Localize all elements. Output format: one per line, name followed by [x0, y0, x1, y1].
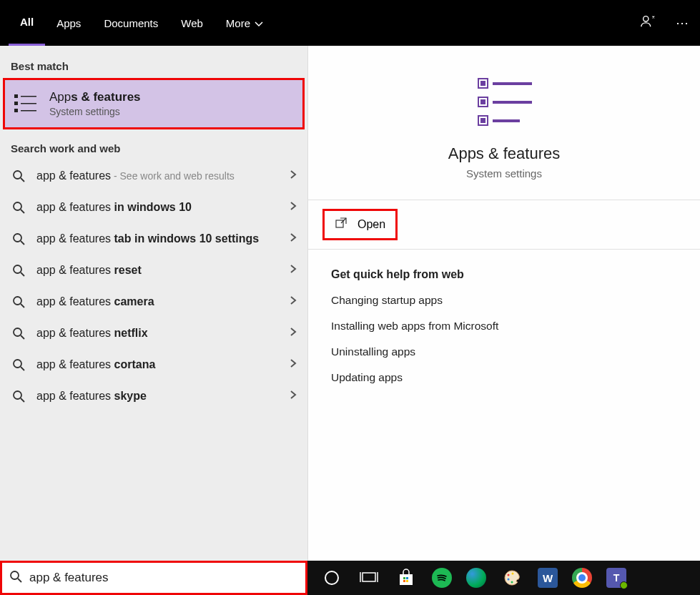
tab-apps-label: Apps [56, 17, 81, 29]
svg-point-8 [14, 202, 21, 210]
chevron-right-icon [290, 327, 297, 340]
detail-panel: Apps & features System settings Open Get… [307, 46, 700, 561]
svg-point-0 [644, 16, 649, 21]
quick-help-link[interactable]: Updating apps [331, 371, 677, 384]
search-result[interactable]: app & features skype [0, 380, 307, 412]
svg-point-32 [508, 574, 510, 576]
svg-rect-6 [21, 110, 36, 112]
search-result[interactable]: app & features tab in windows 10 setting… [0, 223, 307, 255]
tab-more-label: More [226, 17, 250, 29]
search-input[interactable] [29, 571, 298, 585]
search-result-text: app & features tab in windows 10 setting… [36, 231, 280, 247]
svg-rect-19 [480, 99, 485, 104]
svg-point-11 [14, 297, 21, 305]
search-icon [11, 295, 26, 308]
tab-apps[interactable]: Apps [45, 0, 92, 46]
svg-rect-28 [403, 577, 405, 579]
svg-rect-1 [14, 94, 18, 98]
search-result-text: app & features camera [36, 294, 280, 310]
search-result[interactable]: app & features in windows 10 [0, 192, 307, 223]
svg-rect-3 [14, 102, 18, 105]
chevron-right-icon [290, 264, 297, 277]
word-icon[interactable]: W [538, 568, 558, 588]
svg-point-26 [325, 571, 338, 584]
tab-web[interactable]: Web [169, 0, 215, 46]
search-result-text: app & features - See work and web result… [36, 168, 280, 184]
tab-documents[interactable]: Documents [92, 0, 169, 46]
tab-all[interactable]: All [9, 0, 45, 46]
svg-point-35 [512, 573, 514, 575]
svg-point-13 [14, 360, 21, 368]
best-match-header: Best match [0, 53, 307, 78]
teams-icon[interactable]: T [606, 568, 626, 588]
svg-point-14 [14, 391, 21, 399]
search-icon [11, 264, 26, 277]
quick-help-link[interactable]: Uninstalling apps [331, 345, 677, 358]
search-results-panel: Best match Apps & features System settin… [0, 46, 307, 561]
spotify-icon[interactable] [432, 568, 452, 588]
search-result-text: app & features skype [36, 388, 280, 404]
open-button[interactable]: Open [322, 209, 398, 240]
svg-rect-30 [403, 580, 405, 582]
search-result[interactable]: app & features camera [0, 286, 307, 318]
svg-rect-2 [21, 96, 36, 97]
quick-help-link[interactable]: Changing startup apps [331, 294, 677, 307]
tab-all-label: All [20, 16, 34, 28]
apps-features-icon [14, 93, 39, 114]
search-result[interactable]: app & features netflix [0, 318, 307, 349]
account-icon[interactable] [640, 14, 656, 32]
taskbar: W T [0, 561, 700, 595]
tab-more[interactable]: More [215, 0, 275, 46]
open-button-label: Open [358, 218, 385, 231]
paint-icon[interactable] [501, 566, 523, 589]
svg-point-33 [508, 579, 510, 581]
svg-rect-24 [336, 220, 343, 227]
search-icon [11, 201, 26, 214]
search-icon [11, 169, 26, 182]
search-icon [11, 327, 26, 340]
chrome-icon[interactable] [572, 568, 592, 588]
search-tabs-bar: All Apps Documents Web More ⋯ [0, 0, 700, 46]
chevron-right-icon [290, 232, 297, 245]
chevron-right-icon [290, 201, 297, 214]
search-result-text: app & features in windows 10 [36, 200, 280, 215]
svg-point-10 [14, 265, 21, 273]
store-icon[interactable] [395, 566, 418, 589]
search-web-header: Search work and web [0, 135, 307, 160]
chevron-down-icon [255, 17, 263, 29]
svg-rect-5 [14, 109, 18, 112]
search-result-text: app & features reset [36, 262, 280, 278]
svg-rect-4 [21, 103, 36, 104]
open-external-icon [335, 217, 347, 232]
search-result[interactable]: app & features reset [0, 255, 307, 286]
search-icon [11, 232, 26, 245]
svg-rect-16 [480, 81, 485, 86]
best-match-result[interactable]: Apps & features System settings [3, 78, 305, 129]
taskbar-search[interactable] [0, 561, 307, 595]
task-view-icon[interactable] [358, 566, 380, 589]
tab-web-label: Web [181, 17, 203, 29]
svg-rect-20 [493, 101, 532, 104]
svg-point-25 [11, 571, 19, 579]
cortana-icon[interactable] [320, 566, 343, 589]
search-result-text: app & features cortana [36, 357, 280, 373]
apps-features-large-icon [468, 74, 540, 132]
search-icon [11, 390, 26, 403]
svg-rect-29 [406, 577, 408, 579]
svg-rect-27 [363, 573, 375, 581]
chevron-right-icon [290, 169, 297, 182]
more-options-icon[interactable]: ⋯ [676, 15, 690, 31]
best-match-subtitle: System settings [49, 106, 141, 117]
quick-help-link[interactable]: Installing web apps from Microsoft [331, 320, 677, 333]
best-match-title: Apps & features [49, 90, 141, 104]
search-result-text: app & features netflix [36, 325, 280, 341]
search-result[interactable]: app & features - See work and web result… [0, 160, 307, 192]
svg-point-34 [511, 581, 513, 584]
svg-rect-17 [493, 82, 532, 85]
search-result[interactable]: app & features cortana [0, 349, 307, 380]
edge-icon[interactable] [466, 568, 486, 588]
svg-rect-22 [480, 118, 485, 123]
svg-point-9 [14, 234, 21, 242]
svg-point-12 [14, 328, 21, 336]
chevron-right-icon [290, 295, 297, 308]
